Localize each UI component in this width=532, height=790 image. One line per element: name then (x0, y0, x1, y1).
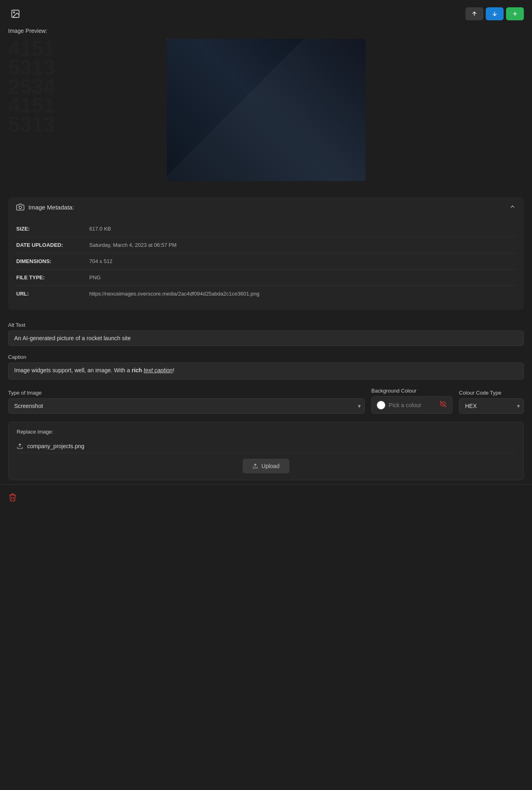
metadata-value-filetype: PNG (89, 274, 516, 281)
chevron-up-icon (509, 203, 516, 211)
svg-rect-16 (171, 39, 203, 161)
replace-image-section: Replace image: company_projects.png Uplo… (8, 422, 524, 480)
svg-rect-33 (293, 84, 294, 85)
image-preview-container: 41515313253441515313 (8, 39, 524, 181)
file-name: company_projects.png (27, 443, 84, 449)
caption-label: Caption (8, 354, 524, 360)
metadata-value-date: Saturday, March 4, 2023 at 06:57 PM (89, 242, 516, 248)
metadata-title: Image Metadata: (28, 204, 74, 211)
metadata-key-date: DATE UPLOADED: (16, 242, 89, 248)
svg-rect-6 (167, 39, 366, 181)
header-actions (465, 7, 524, 20)
svg-rect-32 (297, 76, 298, 77)
background-colour-picker[interactable]: Pick a colour (371, 396, 452, 414)
metadata-row-url: URL: https://nexusimages.overscore.media… (16, 286, 516, 302)
svg-rect-14 (183, 59, 211, 181)
svg-rect-17 (167, 80, 173, 181)
svg-rect-23 (248, 112, 255, 114)
svg-rect-28 (272, 80, 274, 81)
image-options-row: Type of Image Screenshot Photo Illustrat… (0, 384, 532, 418)
metadata-value-dimensions: 704 x 512 (89, 258, 516, 264)
metadata-header-left: Image Metadata: (16, 203, 74, 211)
upload-button-label: Upload (261, 463, 279, 469)
caption-exclamation: ! (173, 367, 174, 373)
svg-rect-8 (228, 55, 248, 181)
footer (0, 484, 532, 510)
svg-point-20 (246, 39, 257, 40)
background-colour-col: Background Colour Pick a colour (371, 388, 452, 414)
svg-rect-7 (207, 63, 232, 181)
svg-rect-36 (321, 157, 366, 181)
metadata-value-size: 617.0 KB (89, 226, 516, 232)
caption-bold: rich (131, 367, 142, 373)
colour-code-type-wrapper: HEX RGB HSL ▾ (459, 398, 524, 414)
svg-rect-10 (268, 51, 297, 181)
colour-swatch (377, 401, 386, 410)
svg-rect-39 (351, 59, 356, 140)
type-of-image-label: Type of Image (8, 390, 365, 396)
svg-rect-12 (309, 67, 341, 181)
alt-text-section: Alt Text (0, 318, 532, 350)
svg-point-26 (283, 99, 290, 105)
image-preview-label: Image Preview: (8, 28, 524, 34)
colour-code-type-col: Colour Code Type HEX RGB HSL ▾ (459, 390, 524, 414)
type-of-image-col: Type of Image Screenshot Photo Illustrat… (8, 390, 365, 414)
svg-point-40 (19, 206, 22, 209)
replace-image-label: Replace image: (17, 429, 515, 435)
image-icon (8, 6, 23, 21)
upload-file-icon (17, 443, 23, 449)
svg-rect-38 (345, 39, 353, 153)
svg-rect-11 (289, 61, 311, 181)
svg-marker-37 (167, 39, 199, 120)
svg-rect-34 (167, 153, 366, 181)
svg-rect-18 (179, 100, 185, 181)
colour-placeholder: Pick a colour (389, 402, 436, 408)
svg-rect-21 (248, 63, 255, 66)
delete-button[interactable] (8, 493, 17, 502)
svg-rect-15 (167, 47, 211, 181)
svg-rect-29 (276, 80, 278, 81)
svg-rect-9 (240, 71, 256, 181)
svg-rect-22 (248, 88, 255, 90)
alt-text-input[interactable] (8, 330, 524, 346)
metadata-body: SIZE: 617.0 KB DATE UPLOADED: Saturday, … (8, 217, 524, 310)
svg-point-25 (329, 39, 338, 50)
caption-italic-underline: text caption (144, 367, 173, 373)
metadata-header[interactable]: Image Metadata: (8, 197, 524, 217)
metadata-key-filetype: FILE TYPE: (16, 274, 89, 281)
svg-rect-19 (246, 39, 257, 161)
upload-button-main[interactable]: Upload (243, 459, 289, 473)
image-preview-section: Image Preview: 41515313253441515313 (0, 28, 532, 189)
background-colour-label: Background Colour (371, 388, 452, 394)
metadata-row-size: SIZE: 617.0 KB (16, 221, 516, 237)
trash-icon (8, 493, 17, 502)
download-button[interactable] (486, 7, 504, 20)
metadata-row-dimensions: DIMENSIONS: 704 x 512 (16, 253, 516, 270)
metadata-key-dimensions: DIMENSIONS: (16, 258, 89, 264)
svg-rect-31 (293, 76, 294, 77)
metadata-key-url: URL: (16, 291, 89, 297)
file-row: company_projects.png (17, 440, 515, 453)
metadata-section: Image Metadata: SIZE: 617.0 KB DATE UPLO… (8, 197, 524, 310)
alt-text-label: Alt Text (8, 322, 524, 328)
metadata-row-date: DATE UPLOADED: Saturday, March 4, 2023 a… (16, 237, 516, 253)
upload-button[interactable] (465, 7, 483, 20)
caption-section: Caption Image widgets support, well, an … (0, 350, 532, 384)
metadata-row-filetype: FILE TYPE: PNG (16, 270, 516, 286)
metadata-value-url: https://nexusimages.overscore.media/2ac4… (89, 291, 516, 297)
metadata-key-size: SIZE: (16, 226, 89, 232)
svg-rect-24 (329, 43, 338, 165)
colour-code-type-label: Colour Code Type (459, 390, 524, 396)
svg-rect-30 (272, 86, 274, 87)
header (0, 0, 532, 28)
colour-code-type-select[interactable]: HEX RGB HSL (459, 398, 524, 414)
caption-input[interactable]: Image widgets support, well, an image. W… (8, 363, 524, 380)
svg-rect-13 (167, 76, 189, 181)
caption-plain: Image widgets support, well, an image. W… (14, 367, 131, 373)
svg-rect-35 (167, 161, 207, 181)
camera-icon (16, 203, 24, 211)
rocket-image (167, 39, 366, 181)
type-of-image-select[interactable]: Screenshot Photo Illustration Diagram (8, 398, 365, 414)
add-button[interactable] (506, 7, 524, 20)
type-of-image-wrapper: Screenshot Photo Illustration Diagram ▾ (8, 398, 365, 414)
